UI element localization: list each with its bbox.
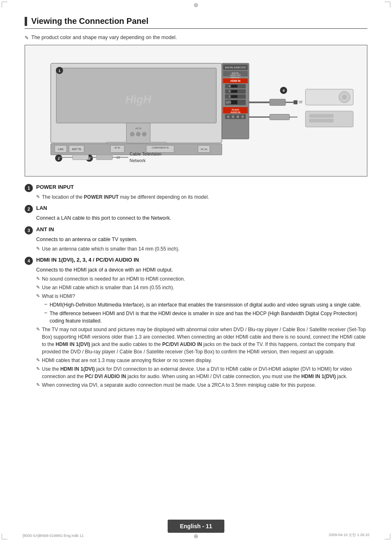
svg-point-78 (142, 132, 146, 136)
svg-text:AUDIO IN: AUDIO IN (231, 111, 240, 114)
svg-rect-40 (227, 115, 230, 118)
crosshair-tr (385, 2, 390, 7)
item3-title: ANT IN (36, 226, 54, 232)
crosshair-bl (2, 534, 7, 539)
note-sym4b: ✎ (36, 285, 40, 290)
item3-note1-text: Use an antenna cable which is smaller th… (42, 245, 180, 253)
item4-badge: 4 (25, 257, 33, 265)
item4-note2: ✎ Use an HDMI cable which is smaller tha… (36, 284, 367, 291)
item1-note1-text: The location of the POWER INPUT may be d… (42, 193, 209, 201)
svg-text:ANT IN: ANT IN (72, 148, 81, 151)
item-lan: 2 LAN Connect a LAN cable to this port t… (25, 205, 367, 222)
section-title: Viewing the Connection Panel (31, 16, 148, 26)
item4-note1-text: No sound connection is needed for an HDM… (42, 275, 185, 283)
svg-text:HigH: HigH (125, 93, 152, 106)
item4-dash2: – The difference between HDMI and DVI is… (36, 310, 367, 325)
svg-rect-32 (231, 95, 237, 98)
item4-extra2-text: HDMI cables that are not 1.3 may cause a… (42, 357, 212, 364)
item1-note1: ✎ The location of the POWER INPUT may be… (36, 193, 367, 201)
item4-body: Connects to the HDMI jack of a device wi… (25, 266, 367, 389)
svg-rect-69 (97, 155, 113, 160)
svg-rect-26 (231, 85, 237, 88)
svg-text:4: 4 (283, 89, 285, 93)
item-hdmi: 4 HDMI IN 1(DVI), 2, 3, 4 / PC/DVI AUDIO… (25, 257, 367, 389)
item3-body: Connects to an antenna or cable TV syste… (25, 236, 367, 253)
item2-desc: Connect a LAN cable to this port to conn… (36, 214, 367, 222)
svg-text:2: 2 (229, 95, 231, 98)
svg-text:PC IN: PC IN (201, 148, 207, 151)
svg-text:or: or (299, 99, 303, 104)
item4-note3: ✎ What is HDMI? (36, 293, 367, 300)
note-sym4f: ✎ (36, 366, 40, 372)
diagram-box: LAN ANT IN AV IN COMPONENT IN PC IN DIGI… (25, 45, 367, 176)
item2-badge: 2 (25, 205, 33, 213)
top-note-text: The product color and shape may vary dep… (31, 35, 177, 40)
page-container: Viewing the Connection Panel ✎ The produ… (0, 0, 392, 541)
svg-text:HDMI IN: HDMI IN (231, 79, 241, 82)
dash-sym1: – (44, 301, 47, 307)
svg-text:COMPONENT IN: COMPONENT IN (152, 146, 168, 149)
note-sym4e: ✎ (36, 358, 40, 363)
svg-rect-29 (231, 90, 237, 93)
item-ant-in: 3 ANT IN Connects to an antenna or cable… (25, 226, 367, 253)
svg-text:Network: Network (129, 158, 146, 163)
svg-rect-49 (270, 114, 289, 120)
connection-diagram: LAN ANT IN AV IN COMPONENT IN PC IN DIGI… (31, 52, 361, 170)
item4-dash1: – HDMI(High-Definition Multimedia Interf… (36, 301, 367, 309)
item4-dash1-text: HDMI(High-Definition Multimedia Interfac… (50, 301, 361, 309)
svg-point-53 (342, 95, 346, 99)
svg-rect-56 (309, 119, 333, 122)
svg-text:AUDIO OUT: AUDIO OUT (230, 74, 241, 77)
page-footer: English - 11 (0, 520, 392, 533)
item1-badge: 1 (25, 184, 33, 192)
content-section: 1 POWER INPUT ✎ The location of the POWE… (25, 184, 367, 389)
svg-point-77 (136, 132, 141, 136)
item2-title: LAN (36, 205, 47, 211)
item4-extra2: ✎ HDMI cables that are not 1.3 may cause… (36, 357, 367, 364)
dash-sym2: – (44, 310, 47, 316)
svg-text:AV IN: AV IN (114, 146, 120, 149)
item4-title: HDMI IN 1(DVI), 2, 3, 4 / PC/DVI AUDIO I… (36, 257, 139, 263)
item2-body: Connect a LAN cable to this port to conn… (25, 214, 367, 222)
svg-rect-35 (231, 100, 237, 104)
note-icon-top: ✎ (25, 35, 29, 41)
top-note: ✎ The product color and shape may vary d… (25, 35, 367, 41)
svg-rect-42 (236, 115, 240, 118)
footer-date-info: 2009-04-10 오전 1:26:10 (329, 532, 369, 538)
item3-note1: ✎ Use an antenna cable which is smaller … (36, 245, 367, 253)
item4-title-row: 4 HDMI IN 1(DVI), 2, 3, 4 / PC/DVI AUDIO… (25, 257, 367, 265)
item4-extra1: ✎ The TV may not output sound and pictur… (36, 326, 367, 355)
item3-badge: 3 (25, 226, 33, 235)
svg-rect-43 (241, 115, 244, 118)
svg-point-76 (130, 132, 134, 136)
svg-text:1: 1 (58, 69, 60, 73)
item-power-input: 1 POWER INPUT ✎ The location of the POWE… (25, 184, 367, 201)
note-sym4d: ✎ (36, 327, 40, 332)
svg-text:DIGITAL AUDIO OUT: DIGITAL AUDIO OUT (225, 66, 247, 69)
page-number-label: English - 11 (180, 523, 212, 529)
item1-body: ✎ The location of the POWER INPUT may be… (25, 193, 367, 201)
item4-extra4-text: When connecting via DVI, a separate audi… (42, 381, 316, 389)
svg-rect-55 (309, 114, 333, 118)
svg-text:LAN: LAN (58, 148, 63, 151)
file-info-text: [8000-SA]BN68-01988G-Eng.indb 11 (23, 534, 84, 538)
item4-extra3-text: Use the HDMI IN 1(DVI) jack for DVI conn… (42, 365, 367, 380)
header-bar (25, 17, 27, 26)
item3-desc: Connects to an antenna or cable TV syste… (36, 236, 367, 244)
note-sym4g: ✎ (36, 382, 40, 388)
note-sym: ✎ (36, 194, 40, 200)
svg-rect-45 (270, 99, 286, 105)
note-sym4c: ✎ (36, 293, 40, 299)
footer-file-info: [8000-SA]BN68-01988G-Eng.indb 11 (23, 534, 84, 538)
item4-extra4: ✎ When connecting via DVI, a separate au… (36, 381, 367, 389)
svg-rect-66 (73, 155, 89, 160)
item4-note1: ✎ No sound connection is needed for an H… (36, 275, 367, 283)
crosshair-tl (2, 2, 7, 7)
note-sym3: ✎ (36, 246, 40, 251)
item4-extra1-text: The TV may not output sound and pictures… (42, 326, 367, 355)
crosshair-br (385, 534, 390, 539)
section-header: Viewing the Connection Panel (25, 16, 367, 29)
item2-title-row: 2 LAN (25, 205, 367, 213)
note-sym4a: ✎ (36, 276, 40, 281)
svg-text:AV IN: AV IN (135, 127, 141, 130)
